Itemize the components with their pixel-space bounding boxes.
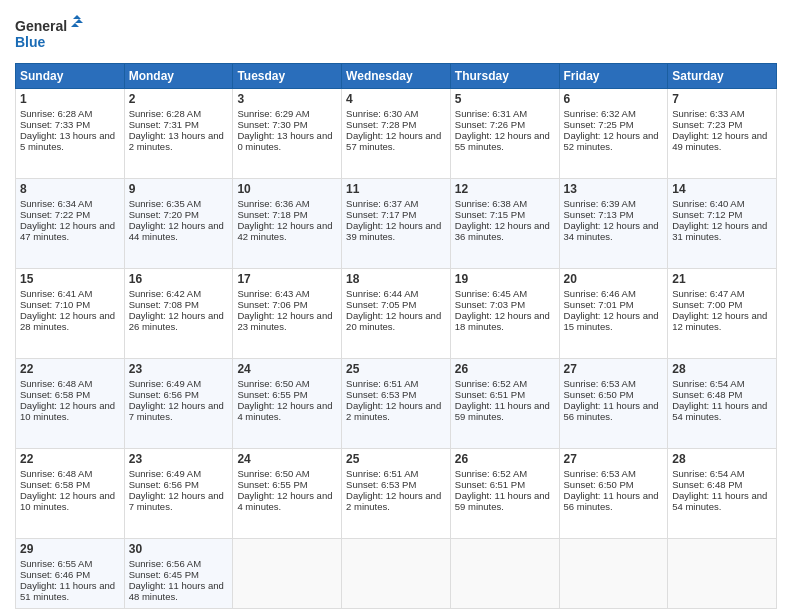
table-row: 4 Sunrise: 6:30 AMSunset: 7:28 PMDayligh… [342, 89, 451, 179]
page: General Blue Sunday Monday Tuesday Wedne… [0, 0, 792, 612]
table-row: 1 Sunrise: 6:28 AMSunset: 7:33 PMDayligh… [16, 89, 125, 179]
empty-cell [668, 539, 777, 609]
svg-text:Blue: Blue [15, 34, 46, 50]
table-row: 28 Sunrise: 6:54 AMSunset: 6:48 PMDaylig… [668, 359, 777, 449]
table-row: 26 Sunrise: 6:52 AMSunset: 6:51 PMDaylig… [450, 449, 559, 539]
table-row: 22 Sunrise: 6:48 AMSunset: 6:58 PMDaylig… [16, 359, 125, 449]
table-row: 30 Sunrise: 6:56 AMSunset: 6:45 PMDaylig… [124, 539, 233, 609]
table-row: 10 Sunrise: 6:36 AMSunset: 7:18 PMDaylig… [233, 179, 342, 269]
table-row: 24 Sunrise: 6:50 AMSunset: 6:55 PMDaylig… [233, 359, 342, 449]
table-row: 29 Sunrise: 6:55 AMSunset: 6:46 PMDaylig… [16, 539, 125, 609]
table-row: 25 Sunrise: 6:51 AMSunset: 6:53 PMDaylig… [342, 359, 451, 449]
empty-cell [233, 539, 342, 609]
svg-text:General: General [15, 18, 67, 34]
calendar-week: 22 Sunrise: 6:48 AMSunset: 6:58 PMDaylig… [16, 359, 777, 449]
header: General Blue [15, 15, 777, 55]
table-row: 27 Sunrise: 6:53 AMSunset: 6:50 PMDaylig… [559, 359, 668, 449]
col-monday: Monday [124, 64, 233, 89]
table-row: 8 Sunrise: 6:34 AMSunset: 7:22 PMDayligh… [16, 179, 125, 269]
col-sunday: Sunday [16, 64, 125, 89]
calendar-week: 8 Sunrise: 6:34 AMSunset: 7:22 PMDayligh… [16, 179, 777, 269]
table-row: 13 Sunrise: 6:39 AMSunset: 7:13 PMDaylig… [559, 179, 668, 269]
col-tuesday: Tuesday [233, 64, 342, 89]
table-row: 21 Sunrise: 6:47 AMSunset: 7:00 PMDaylig… [668, 269, 777, 359]
col-thursday: Thursday [450, 64, 559, 89]
table-row: 14 Sunrise: 6:40 AMSunset: 7:12 PMDaylig… [668, 179, 777, 269]
table-row: 22 Sunrise: 6:48 AMSunset: 6:58 PMDaylig… [16, 449, 125, 539]
table-row: 27 Sunrise: 6:53 AMSunset: 6:50 PMDaylig… [559, 449, 668, 539]
table-row: 25 Sunrise: 6:51 AMSunset: 6:53 PMDaylig… [342, 449, 451, 539]
table-row: 24 Sunrise: 6:50 AMSunset: 6:55 PMDaylig… [233, 449, 342, 539]
logo-svg: General Blue [15, 15, 85, 55]
table-row: 3 Sunrise: 6:29 AMSunset: 7:30 PMDayligh… [233, 89, 342, 179]
col-friday: Friday [559, 64, 668, 89]
col-wednesday: Wednesday [342, 64, 451, 89]
empty-cell [342, 539, 451, 609]
col-saturday: Saturday [668, 64, 777, 89]
calendar-table: Sunday Monday Tuesday Wednesday Thursday… [15, 63, 777, 609]
empty-cell [450, 539, 559, 609]
table-row: 2 Sunrise: 6:28 AMSunset: 7:31 PMDayligh… [124, 89, 233, 179]
table-row: 12 Sunrise: 6:38 AMSunset: 7:15 PMDaylig… [450, 179, 559, 269]
table-row: 23 Sunrise: 6:49 AMSunset: 6:56 PMDaylig… [124, 359, 233, 449]
table-row: 18 Sunrise: 6:44 AMSunset: 7:05 PMDaylig… [342, 269, 451, 359]
calendar-week: 15 Sunrise: 6:41 AMSunset: 7:10 PMDaylig… [16, 269, 777, 359]
calendar-week: 29 Sunrise: 6:55 AMSunset: 6:46 PMDaylig… [16, 539, 777, 609]
table-row: 28 Sunrise: 6:54 AMSunset: 6:48 PMDaylig… [668, 449, 777, 539]
table-row: 6 Sunrise: 6:32 AMSunset: 7:25 PMDayligh… [559, 89, 668, 179]
svg-marker-4 [75, 19, 83, 23]
calendar-week: 22 Sunrise: 6:48 AMSunset: 6:58 PMDaylig… [16, 449, 777, 539]
table-row: 20 Sunrise: 6:46 AMSunset: 7:01 PMDaylig… [559, 269, 668, 359]
empty-cell [559, 539, 668, 609]
table-row: 19 Sunrise: 6:45 AMSunset: 7:03 PMDaylig… [450, 269, 559, 359]
table-row: 15 Sunrise: 6:41 AMSunset: 7:10 PMDaylig… [16, 269, 125, 359]
table-row: 23 Sunrise: 6:49 AMSunset: 6:56 PMDaylig… [124, 449, 233, 539]
svg-marker-5 [71, 23, 79, 27]
calendar-week: 1 Sunrise: 6:28 AMSunset: 7:33 PMDayligh… [16, 89, 777, 179]
table-row: 26 Sunrise: 6:52 AMSunset: 6:51 PMDaylig… [450, 359, 559, 449]
logo: General Blue [15, 15, 85, 55]
table-row: 17 Sunrise: 6:43 AMSunset: 7:06 PMDaylig… [233, 269, 342, 359]
table-row: 5 Sunrise: 6:31 AMSunset: 7:26 PMDayligh… [450, 89, 559, 179]
table-row: 11 Sunrise: 6:37 AMSunset: 7:17 PMDaylig… [342, 179, 451, 269]
table-row: 9 Sunrise: 6:35 AMSunset: 7:20 PMDayligh… [124, 179, 233, 269]
table-row: 7 Sunrise: 6:33 AMSunset: 7:23 PMDayligh… [668, 89, 777, 179]
svg-marker-3 [73, 15, 81, 19]
table-row: 16 Sunrise: 6:42 AMSunset: 7:08 PMDaylig… [124, 269, 233, 359]
header-row: Sunday Monday Tuesday Wednesday Thursday… [16, 64, 777, 89]
